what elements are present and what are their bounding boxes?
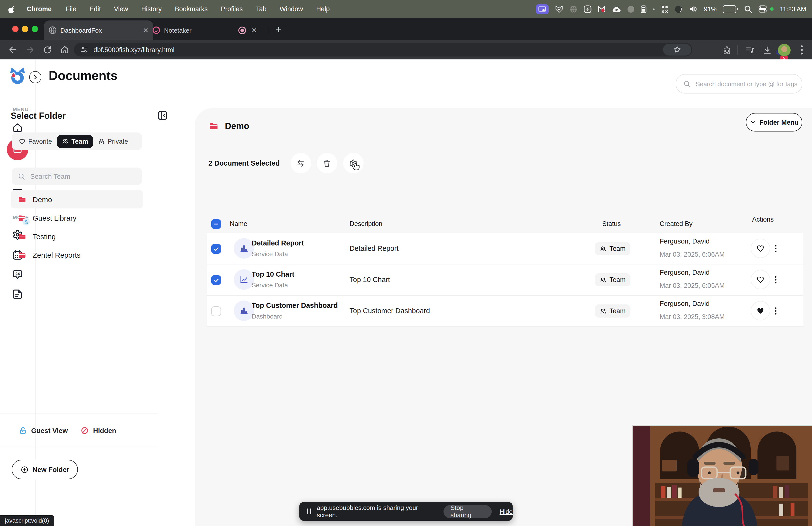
menubar-view[interactable]: View (114, 5, 128, 13)
favorite-heart-button-active[interactable] (751, 301, 770, 320)
settings-selected-button[interactable] (343, 153, 363, 173)
hide-toast-link[interactable]: Hide (500, 508, 513, 515)
spotlight-search-icon[interactable] (744, 5, 752, 13)
downloads-icon[interactable] (762, 45, 772, 55)
back-icon[interactable] (8, 45, 17, 55)
disabled-app-icon[interactable] (627, 5, 634, 12)
screen-mirroring-icon[interactable] (661, 5, 668, 13)
team-folder-search[interactable] (12, 168, 142, 185)
new-folder-button[interactable]: New Folder (12, 460, 78, 479)
menubar-window[interactable]: Window (280, 5, 303, 13)
tab-team[interactable]: Team (57, 135, 93, 148)
window-minimize-button[interactable] (22, 26, 28, 32)
stop-sharing-button[interactable]: Stop sharing (444, 505, 492, 518)
column-name[interactable]: Name (230, 220, 247, 227)
reload-icon[interactable] (43, 45, 52, 54)
chrome-menu-kebab-icon[interactable] (797, 45, 806, 55)
battery-percent: 91% (704, 5, 716, 13)
favorite-heart-button[interactable] (751, 270, 770, 289)
column-status[interactable]: Status (602, 220, 621, 227)
shortcut-app-icon[interactable] (584, 5, 592, 13)
forward-icon[interactable] (25, 45, 35, 55)
apple-menu-icon[interactable] (8, 5, 15, 13)
volume-icon[interactable] (689, 5, 698, 13)
support-24-nav-icon[interactable]: 24 (12, 269, 23, 281)
document-nav-icon[interactable] (12, 288, 23, 300)
tab-favorite[interactable]: Favorite (14, 135, 57, 148)
folder-item-guest-library[interactable]: Guest Library (11, 209, 143, 227)
folder-icon (17, 250, 27, 259)
table-row-top-10-chart[interactable]: Top 10 Chart Service Data Top 10 Chart T… (207, 265, 803, 296)
calculator-app-icon[interactable] (641, 5, 647, 13)
tab-close-icon[interactable]: ✕ (143, 26, 148, 34)
site-settings-icon[interactable] (80, 45, 89, 54)
folder-item-demo[interactable]: Demo (11, 190, 143, 209)
window-zoom-button[interactable] (32, 26, 38, 32)
folder-menu-button[interactable]: Folder Menu (746, 113, 802, 131)
select-folder-title: Select Folder (11, 111, 66, 121)
folder-item-testing[interactable]: Testing (11, 227, 143, 245)
globe-app-icon[interactable] (569, 5, 577, 13)
table-row-detailed-report[interactable]: Detailed Report Service Data Detailed Re… (207, 233, 803, 265)
table-row-top-customer-dashboard[interactable]: Top Customer Dashboard Dashboard Top Cus… (207, 296, 803, 327)
new-tab-button[interactable]: + (276, 25, 281, 34)
profile-avatar[interactable] (778, 44, 791, 57)
menubar-app-name[interactable]: Chrome (27, 5, 52, 13)
menubar-bookmarks[interactable]: Bookmarks (175, 5, 208, 13)
control-center-icon[interactable] (758, 5, 767, 13)
document-search[interactable] (676, 74, 802, 94)
row-menu-kebab-icon[interactable] (774, 244, 777, 253)
bar-chart-doc-icon (234, 300, 254, 321)
row-checkbox-unchecked[interactable] (211, 306, 221, 316)
row-menu-kebab-icon[interactable] (774, 306, 777, 316)
doc-name[interactable]: Top Customer Dashboard (252, 301, 338, 309)
team-folder-search-input[interactable] (29, 172, 133, 181)
focus-mode-icon[interactable] (675, 5, 682, 13)
table-header: Name Description Status Created By Actio… (207, 219, 803, 233)
dashboardfox-logo[interactable] (8, 67, 27, 85)
screen-sharing-active-icon[interactable] (536, 4, 549, 14)
row-menu-kebab-icon[interactable] (774, 275, 777, 284)
bookmark-star-icon[interactable] (673, 45, 682, 54)
tab-divider (269, 26, 269, 34)
document-search-input[interactable] (695, 80, 799, 88)
menubar-file[interactable]: File (66, 5, 76, 13)
row-checkbox-checked[interactable] (211, 275, 221, 285)
status-label: Team (609, 276, 626, 283)
lock-icon (98, 138, 105, 145)
panel-collapse-icon[interactable] (157, 110, 169, 121)
select-all-checkbox-indeterminate[interactable] (211, 219, 221, 229)
column-description[interactable]: Description (349, 220, 382, 227)
sidebar-expand-button[interactable] (29, 71, 41, 83)
doc-name[interactable]: Detailed Report (252, 239, 304, 247)
favorite-heart-button[interactable] (751, 239, 770, 258)
menubar-profiles[interactable]: Profiles (221, 5, 243, 13)
row-checkbox-checked[interactable] (211, 244, 221, 254)
menubar-edit[interactable]: Edit (90, 5, 101, 13)
menubar-tab[interactable]: Tab (256, 5, 266, 13)
folder-item-zentel-reports[interactable]: Zentel Reports (11, 245, 143, 264)
omnibox[interactable]: dbf.5000fish.xyz/library.html (74, 43, 692, 57)
window-close-button[interactable] (12, 26, 18, 32)
tab-notetaker[interactable]: Notetaker ✕ (148, 20, 278, 40)
column-created-by[interactable]: Created By (659, 220, 693, 227)
media-playlist-icon[interactable] (745, 45, 755, 55)
home-icon[interactable] (60, 45, 70, 55)
cloud-sync-icon[interactable] (612, 5, 621, 12)
mail-app-icon[interactable] (598, 5, 606, 13)
tab-dashboardfox[interactable]: DashboardFox ✕ (44, 20, 153, 40)
menubar-help[interactable]: Help (316, 5, 330, 13)
fox-app-icon[interactable] (555, 5, 563, 13)
menubar-history[interactable]: History (141, 5, 162, 13)
move-selected-button[interactable] (290, 153, 311, 173)
tab-close-icon[interactable]: ✕ (251, 26, 257, 34)
menubar-clock[interactable]: 11:23 AM (780, 5, 806, 13)
bookmark-star-region[interactable] (663, 44, 691, 56)
column-actions[interactable]: Actions (752, 216, 774, 223)
delete-selected-button[interactable] (317, 153, 337, 173)
status-label: Team (609, 307, 626, 315)
doc-name[interactable]: Top 10 Chart (252, 270, 294, 278)
home-nav-icon[interactable] (12, 122, 23, 133)
extensions-puzzle-icon[interactable] (722, 45, 732, 55)
tab-private[interactable]: Private (93, 135, 133, 148)
